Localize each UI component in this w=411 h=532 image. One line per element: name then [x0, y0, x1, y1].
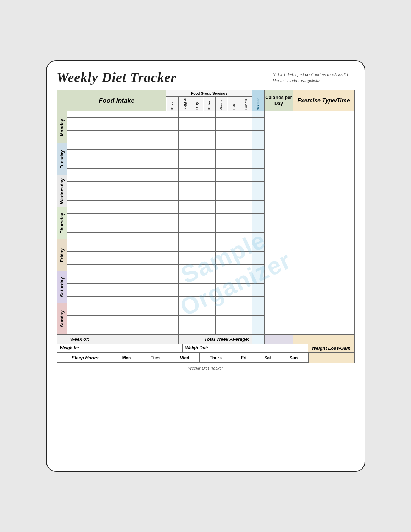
sunday-label: Sunday [57, 303, 67, 335]
weight-loss-exercise-cell [308, 353, 354, 363]
sleep-table-row: Sleep Hours Mon. Tues. Wed. Thurs. Fri. … [57, 353, 308, 363]
weigh-in-label: Weigh-In: [57, 344, 183, 352]
table-row: Saturday [57, 271, 354, 277]
total-row: Week of: Total Week Average: [57, 335, 354, 344]
monday-fats-1[interactable] [228, 111, 240, 118]
total-avg-label: Total Week Average: [179, 335, 252, 344]
tuesday-label: Tuesday [57, 143, 67, 175]
protein-col-header: Protein [203, 97, 216, 111]
friday-calories[interactable] [265, 239, 293, 271]
thursday-exercise[interactable] [293, 207, 354, 239]
tuesday-exercise[interactable] [293, 143, 354, 175]
water-header: WATER [252, 90, 265, 111]
wednesday-exercise[interactable] [293, 175, 354, 207]
header-row: Weekly Diet Tracker "I don't diet. I jus… [57, 70, 355, 85]
monday-dairy-1[interactable] [191, 111, 203, 118]
sunday-exercise[interactable] [293, 303, 354, 335]
fruits-col-header: Fruits [166, 97, 179, 111]
sleep-wed: Wed. [171, 353, 200, 363]
tuesday-calories[interactable] [265, 143, 293, 175]
week-of-label: Week of: [67, 335, 178, 344]
monday-food-2[interactable] [67, 118, 166, 124]
thursday-calories[interactable] [265, 207, 293, 239]
friday-exercise[interactable] [293, 239, 354, 271]
saturday-label: Saturday [57, 271, 67, 303]
sleep-row: Sleep Hours Mon. Tues. Wed. Thurs. Fri. … [57, 353, 355, 363]
wednesday-label: Wednesday [57, 175, 67, 207]
monday-fruits-1[interactable] [166, 111, 179, 118]
monday-water-1[interactable] [252, 111, 265, 118]
thursday-label: Thursday [57, 207, 67, 239]
page: Weekly Diet Tracker "I don't diet. I jus… [46, 60, 365, 472]
veggies-col-header: Veggies [179, 97, 191, 111]
monday-label: Monday [57, 111, 67, 143]
header-row-1: Food Intake Food Group Servings WATER Ca… [57, 90, 354, 97]
monday-sweets-1[interactable] [240, 111, 252, 118]
table-row: Tuesday [57, 143, 354, 150]
sleep-sun: Sun. [281, 353, 308, 363]
fats-col-header: Fats [228, 97, 240, 111]
monday-veggies-1[interactable] [179, 111, 191, 118]
table-row: Thursday [57, 207, 354, 214]
sleep-tues: Tues. [141, 353, 171, 363]
quote-text: "I don't diet. I just don't eat as much … [273, 70, 355, 84]
friday-label: Friday [57, 239, 67, 271]
monday-food-5[interactable] [67, 137, 166, 143]
table-row: Sunday [57, 303, 354, 309]
sleep-hours-label: Sleep Hours [57, 353, 113, 363]
wednesday-calories[interactable] [265, 175, 293, 207]
monday-exercise[interactable] [293, 111, 354, 143]
weigh-row: Weigh-In: Weigh-Out: Weight Loss/Gain [57, 344, 355, 353]
saturday-exercise[interactable] [293, 271, 354, 303]
sleep-table: Sleep Hours Mon. Tues. Wed. Thurs. Fri. … [57, 353, 308, 363]
monday-food-1[interactable] [67, 111, 166, 118]
monday-calories[interactable] [265, 111, 293, 143]
table-row: Friday [57, 239, 354, 245]
page-title: Weekly Diet Tracker [57, 70, 177, 85]
sweets-col-header: Sweets [240, 97, 252, 111]
food-intake-header: Food Intake [67, 90, 166, 111]
sleep-mon: Mon. [113, 353, 141, 363]
sleep-fri: Fri. [233, 353, 256, 363]
calories-header: Calories per Day [265, 90, 293, 111]
tracker-table: Food Intake Food Group Servings WATER Ca… [57, 90, 355, 344]
sleep-sat: Sat. [256, 353, 281, 363]
saturday-calories[interactable] [265, 271, 293, 303]
monday-grains-1[interactable] [215, 111, 228, 118]
table-row: Monday [57, 111, 354, 118]
weight-loss-label: Weight Loss/Gain [308, 344, 354, 352]
dairy-col-header: Dairy [191, 97, 203, 111]
sleep-thurs: Thurs. [200, 353, 233, 363]
exercise-header: Exercise Type/Time [293, 90, 354, 111]
food-group-header: Food Group Servings [166, 90, 252, 97]
grains-col-header: Grains [215, 97, 228, 111]
footer-text: Weekly Diet Tracker [57, 363, 355, 370]
monday-food-3[interactable] [67, 124, 166, 131]
monday-protein-1[interactable] [203, 111, 216, 118]
sunday-calories[interactable] [265, 303, 293, 335]
monday-food-4[interactable] [67, 131, 166, 137]
weigh-out-label: Weigh-Out: [183, 344, 308, 352]
table-row: Wednesday [57, 175, 354, 182]
